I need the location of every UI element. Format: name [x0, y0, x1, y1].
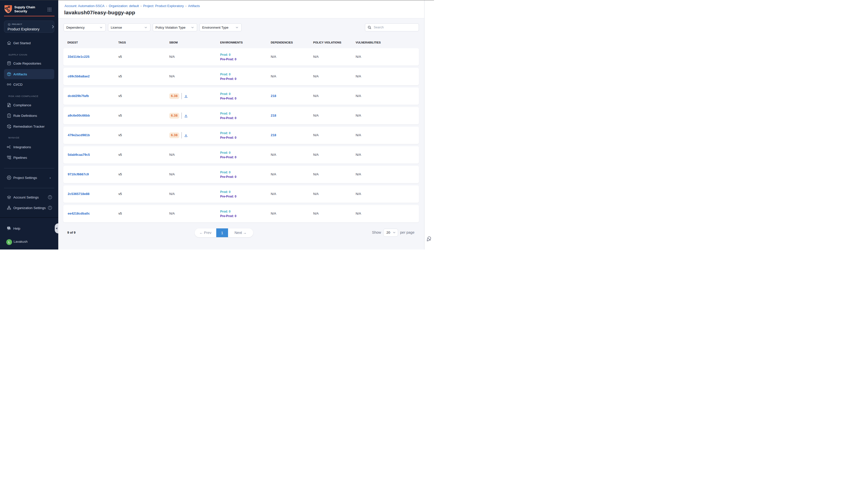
- svg-text:?: ?: [8, 227, 9, 229]
